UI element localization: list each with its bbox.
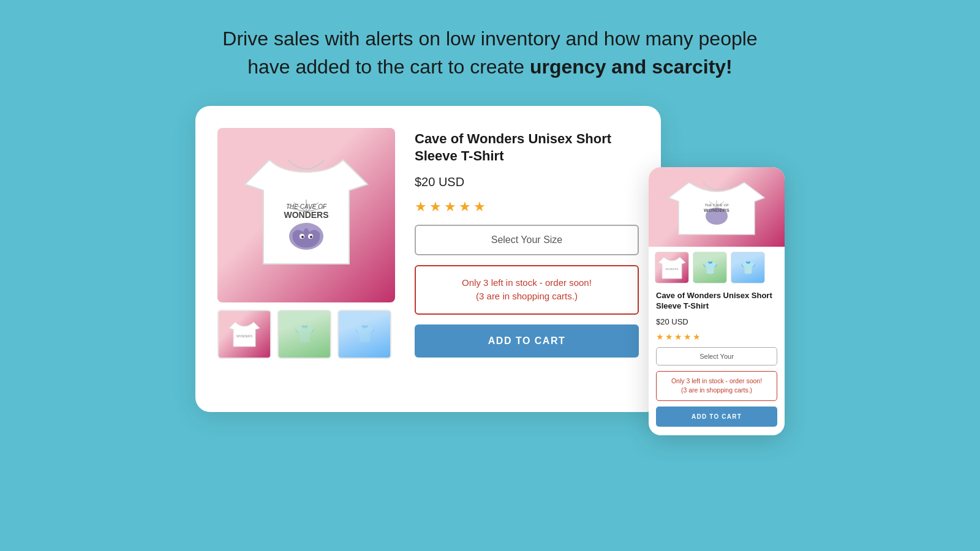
- mobile-size-select-button[interactable]: Select Your: [656, 347, 777, 365]
- star-5: ★: [473, 199, 486, 215]
- svg-point-10: [301, 236, 304, 238]
- add-to-cart-button[interactable]: ADD TO CART: [415, 324, 639, 358]
- headline-part1: Drive sales with alerts on low inventory…: [222, 28, 757, 50]
- tablet-product-card: THE CAVE OF WONDERS: [195, 106, 661, 412]
- product-title: Cave of Wonders Unisex Short Sleeve T-Sh…: [415, 130, 639, 165]
- stock-alert-line1: Only 3 left in stock - order soon!: [426, 276, 628, 290]
- size-select-button[interactable]: Select Your Size: [415, 225, 639, 255]
- mobile-star-1: ★: [656, 332, 664, 342]
- thumbnail-2[interactable]: 👕: [277, 310, 331, 359]
- mobile-star-5: ★: [693, 332, 701, 342]
- main-headline: Drive sales with alerts on low inventory…: [222, 24, 757, 81]
- mobile-thumbnail-1[interactable]: WONDERS: [655, 252, 689, 283]
- mobile-product-rating: ★ ★ ★ ★ ★: [656, 332, 777, 342]
- mobile-thumbnail-3[interactable]: 👕: [731, 252, 765, 283]
- svg-text:WONDERS: WONDERS: [704, 208, 729, 213]
- mobile-star-3: ★: [674, 332, 682, 342]
- main-product-image: THE CAVE OF WONDERS: [217, 128, 395, 302]
- mobile-stock-alert-line2: (3 are in shopping carts.): [663, 386, 771, 395]
- svg-text:WONDERS: WONDERS: [236, 334, 253, 338]
- svg-text:WONDERS: WONDERS: [666, 268, 679, 271]
- thumbnail-1[interactable]: WONDERS: [217, 310, 271, 359]
- mobile-product-thumbnails: WONDERS 👕 👕: [649, 247, 785, 286]
- mobile-tshirt-illustration: THE CAVE OF WONDERS: [662, 173, 772, 241]
- mobile-product-price: $20 USD: [656, 317, 777, 326]
- product-scene: THE CAVE OF WONDERS: [195, 106, 785, 435]
- stock-alert-line2: (3 are in shopping carts.): [426, 290, 628, 304]
- mobile-main-image: THE CAVE OF WONDERS: [649, 167, 785, 247]
- svg-point-11: [310, 236, 312, 238]
- mobile-star-4: ★: [684, 332, 692, 342]
- stock-alert-box: Only 3 left in stock - order soon! (3 ar…: [415, 265, 639, 315]
- mobile-product-title: Cave of Wonders Unisex Short Sleeve T-Sh…: [656, 291, 777, 312]
- star-3: ★: [444, 199, 456, 215]
- star-2: ★: [429, 199, 442, 215]
- product-info-panel: Cave of Wonders Unisex Short Sleeve T-Sh…: [415, 128, 639, 390]
- mobile-add-to-cart-button[interactable]: ADD TO CART: [656, 407, 777, 427]
- headline-bold: urgency and scarcity!: [530, 56, 733, 78]
- product-price: $20 USD: [415, 175, 639, 189]
- tshirt-illustration: THE CAVE OF WONDERS: [233, 141, 380, 288]
- mobile-thumbnail-2[interactable]: 👕: [693, 252, 727, 283]
- mobile-product-info: Cave of Wonders Unisex Short Sleeve T-Sh…: [649, 286, 785, 435]
- mobile-stock-alert-box: Only 3 left in stock - order soon! (3 ar…: [656, 371, 777, 402]
- product-rating: ★ ★ ★ ★ ★: [415, 199, 639, 215]
- mobile-stock-alert-line1: Only 3 left in stock - order soon!: [663, 377, 771, 386]
- star-1: ★: [415, 199, 427, 215]
- mobile-star-2: ★: [665, 332, 673, 342]
- thumbnail-3[interactable]: 👕: [337, 310, 391, 359]
- star-4: ★: [459, 199, 471, 215]
- product-thumbnails: WONDERS 👕 👕: [217, 310, 395, 359]
- headline-part2: have added to the cart to create: [247, 56, 530, 78]
- product-image-gallery: THE CAVE OF WONDERS: [217, 128, 395, 390]
- mobile-product-card: THE CAVE OF WONDERS WONDERS 👕 👕 C: [649, 167, 785, 435]
